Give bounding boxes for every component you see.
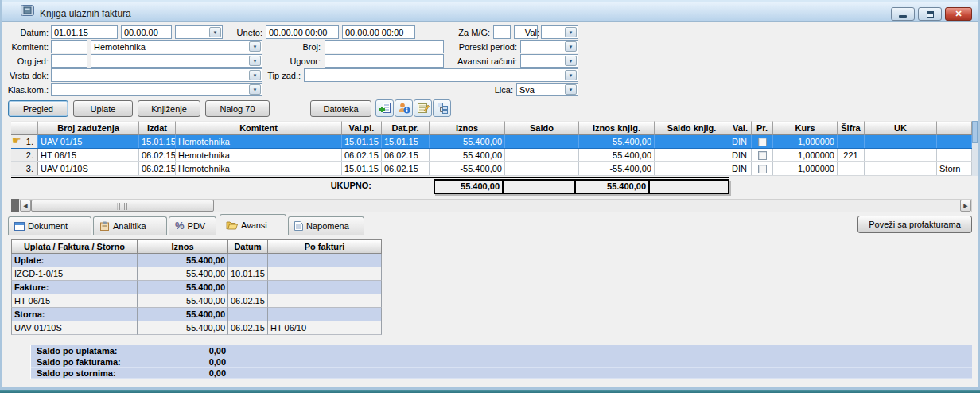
klas-kom-label: Klas.kom.:: [6, 84, 49, 96]
cell-iznos-knjig: -55.400,00: [579, 162, 655, 175]
chevron-down-icon[interactable]: ▼: [249, 56, 261, 66]
person-info-button[interactable]: [395, 99, 413, 117]
col-header-datum[interactable]: Datum: [228, 239, 268, 254]
datoteka-button[interactable]: Datoteka: [310, 100, 371, 117]
avansi-detail-row[interactable]: HT 06/15 55.400,00 06.02.15: [11, 294, 382, 308]
col-header-uk[interactable]: UK: [865, 121, 937, 135]
klas-kom-select[interactable]: ▼: [51, 83, 262, 96]
knjizenje-button[interactable]: Knjiženje: [138, 100, 200, 117]
col-header-izdat[interactable]: Izdat: [139, 121, 176, 135]
cell-sifra: [838, 135, 865, 148]
poreski-period-select[interactable]: ▼: [520, 40, 578, 53]
cell-valpl: 06.02.15: [342, 149, 382, 161]
vertical-scrollbar-thumb[interactable]: [972, 121, 978, 143]
broj-input[interactable]: [325, 40, 444, 53]
table-row[interactable]: 3. UAV 01/10S 06.02.15 Hemotehnika 15.01…: [11, 162, 972, 176]
cell-val: DIN: [729, 149, 752, 161]
person-info-icon: [398, 102, 410, 115]
ugovor-input[interactable]: [325, 54, 444, 68]
col-header-saldo-knjig[interactable]: Saldo knjig.: [655, 121, 729, 135]
restore-icon: [927, 11, 934, 18]
related-docs-button[interactable]: [433, 99, 451, 117]
cell-saldo: [505, 135, 579, 148]
col-header-datpr[interactable]: Dat.pr.: [382, 121, 430, 135]
col-header-po-fakturi[interactable]: Po fakturi: [268, 239, 382, 254]
col-header-saldo[interactable]: Saldo: [505, 121, 579, 135]
avansi-category-row[interactable]: Storna: 55.400,00: [11, 308, 382, 321]
horizontal-scrollbar-thumb[interactable]: [31, 200, 214, 212]
cell-valpl: 15.01.15: [342, 135, 382, 148]
komitent-code-input[interactable]: [51, 40, 88, 53]
nalog-70-button[interactable]: Nalog 70: [205, 100, 270, 117]
tab-avansi[interactable]: Avansi: [220, 214, 286, 235]
org-jed-code-input[interactable]: [51, 54, 88, 68]
restore-button[interactable]: [918, 7, 942, 21]
tip-zad-select[interactable]: ▼: [304, 68, 578, 82]
add-record-button[interactable]: [375, 99, 394, 117]
pr-checkbox[interactable]: [758, 151, 767, 160]
cell-extra: [937, 149, 972, 161]
avansi-table: Uplata / Faktura / Storno Iznos Datum Po…: [11, 239, 382, 335]
pr-checkbox[interactable]: [758, 165, 767, 173]
scroll-right-button[interactable]: ▶: [960, 200, 971, 212]
povezi-sa-profakturama-button[interactable]: Poveži sa profakturama: [858, 216, 972, 233]
close-icon: ✕: [955, 9, 962, 19]
chevron-down-icon[interactable]: ▼: [565, 56, 577, 66]
val-select[interactable]: ▼: [541, 25, 578, 39]
uneto-from-input[interactable]: [266, 25, 339, 39]
chevron-down-icon[interactable]: ▼: [565, 27, 577, 37]
col-header-valpl[interactable]: Val.pl.: [342, 121, 382, 135]
avansi-detail-row[interactable]: UAV 01/10S 55.400,00 06.02.15 HT 06/10: [11, 321, 382, 335]
minimize-button[interactable]: [891, 7, 915, 21]
avansi-category-row[interactable]: Fakture: 55.400,00: [11, 281, 382, 294]
col-header-iznos[interactable]: Iznos: [138, 239, 228, 254]
datum-to-input[interactable]: [121, 25, 172, 39]
tab-napomena[interactable]: Napomena: [288, 216, 364, 235]
lica-select[interactable]: Sva▼: [516, 83, 578, 96]
close-button[interactable]: ✕: [945, 7, 972, 21]
col-header-val[interactable]: Val.: [729, 121, 752, 135]
total-iznos-knjig: 55.400,00: [576, 181, 650, 193]
komitent-select[interactable]: Hemotehnika▼: [91, 40, 262, 53]
avansni-racuni-select[interactable]: ▼: [520, 54, 578, 68]
chevron-down-icon[interactable]: ▼: [249, 70, 261, 80]
scroll-left-button[interactable]: ◀: [20, 200, 31, 212]
pr-checkbox[interactable]: [758, 138, 767, 146]
col-header-komitent[interactable]: Komitent: [176, 121, 342, 135]
col-header-sifra[interactable]: Šifra: [838, 121, 865, 135]
uplate-button[interactable]: Uplate: [73, 100, 133, 117]
cell-valpl: 15.01.15: [342, 162, 382, 175]
chevron-down-icon[interactable]: ▼: [249, 41, 261, 52]
col-header-kurs[interactable]: Kurs: [773, 121, 838, 135]
za-m-input[interactable]: [493, 25, 511, 39]
chevron-down-icon[interactable]: ▼: [249, 84, 261, 95]
chevron-down-icon[interactable]: ▼: [565, 84, 577, 95]
pregled-button[interactable]: Pregled: [8, 100, 68, 117]
org-jed-select[interactable]: ▼: [91, 54, 262, 68]
cell-extra: [937, 135, 972, 148]
title-bar[interactable]: Knjiga ulaznih faktura ✕: [2, 2, 978, 22]
cell-sifra: [838, 162, 865, 175]
tab-pdv[interactable]: % PDV: [169, 216, 216, 235]
table-row[interactable]: 2. HT 06/15 06.02.15 Hemotehnika 06.02.1…: [11, 149, 972, 162]
cell-saldo-knjig: [655, 149, 729, 161]
datum-from-input[interactable]: [51, 25, 118, 39]
chevron-down-icon[interactable]: ▼: [565, 70, 577, 80]
edit-notes-button[interactable]: [414, 99, 432, 117]
totals-row: 55.400,00 55.400,00: [434, 179, 729, 194]
col-header-pr[interactable]: Pr.: [752, 121, 773, 135]
avansi-detail-row[interactable]: IZGD-1-0/15 55.400,00 10.01.15: [11, 267, 382, 281]
col-header-extra[interactable]: [937, 121, 972, 135]
tab-dokument[interactable]: Dokument: [8, 216, 91, 235]
tab-analitika[interactable]: Analitika: [93, 216, 167, 235]
col-header-uplata-faktura-storno[interactable]: Uplata / Faktura / Storno: [11, 239, 138, 254]
vrsta-dok-select[interactable]: ▼: [51, 68, 262, 82]
chevron-down-icon[interactable]: ▼: [565, 41, 577, 52]
uneto-to-input[interactable]: [342, 25, 415, 39]
col-header-iznos-knjig[interactable]: Iznos knjig.: [579, 121, 655, 135]
col-header-iznos[interactable]: Iznos: [430, 121, 505, 135]
avansi-category-row[interactable]: Uplate: 55.400,00: [11, 254, 382, 267]
table-row-selected[interactable]: 1. UAV 01/15 15.01.15 Hemotehnika 15.01.…: [11, 135, 972, 149]
total-saldo: [504, 181, 576, 193]
col-header-broj-zaduzenja[interactable]: Broj zaduženja: [38, 121, 139, 135]
